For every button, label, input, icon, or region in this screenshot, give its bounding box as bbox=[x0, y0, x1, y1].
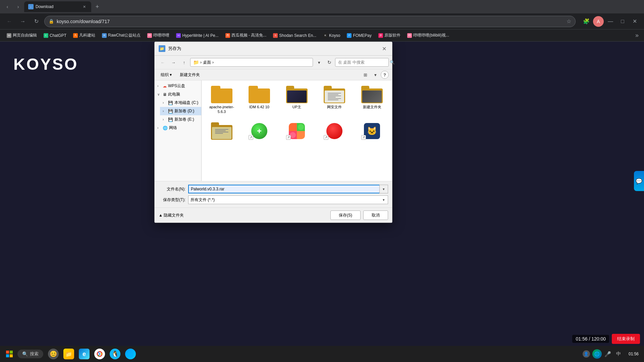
close-browser-btn[interactable]: ✕ bbox=[629, 16, 640, 27]
file-item-jmeter[interactable]: apache-jmeter-5.6.3 bbox=[204, 83, 239, 117]
filename-input[interactable] bbox=[188, 185, 388, 193]
dialog-path-bar[interactable]: 📁 › 桌面 › bbox=[190, 58, 313, 67]
quadrant-green bbox=[297, 123, 305, 131]
forward-btn[interactable]: → bbox=[17, 16, 28, 27]
file-item-colorful-app[interactable]: ↗ bbox=[279, 120, 314, 144]
dialog-view-grid-btn[interactable]: ⊞ bbox=[361, 71, 370, 79]
bookmark-rawchat[interactable]: R RawChat公益站点 bbox=[99, 31, 143, 40]
nav-tree-wps[interactable]: › ☁ WPS云盘 bbox=[155, 82, 201, 90]
systray-globe-icon[interactable]: 🌐 bbox=[592, 349, 602, 359]
file-item-idm[interactable]: IDM 6.42 10 bbox=[242, 83, 277, 117]
browser-actions: 🧩 A — □ ✕ bbox=[581, 16, 640, 27]
nav-label: 新加卷 (D:) bbox=[174, 108, 194, 114]
taskbar-app-qq[interactable]: 🐧 bbox=[108, 347, 122, 361]
systray-extra[interactable]: 中 bbox=[614, 349, 623, 359]
quadrant-orange bbox=[289, 123, 297, 131]
bookmark-label: Shodan Search En... bbox=[279, 33, 316, 38]
taskbar-search-bar[interactable]: 🔍 搜索 bbox=[17, 350, 43, 358]
sidebar-chat-btn[interactable]: 💬 bbox=[634, 171, 644, 191]
browser-back-tab-btn[interactable]: ‹ bbox=[3, 2, 12, 11]
filename-input-wrapper: ▾ bbox=[188, 185, 388, 193]
bookmark-koyso[interactable]: K Koyso bbox=[320, 32, 343, 39]
taskbar-clock[interactable]: 01:56 bbox=[626, 352, 641, 356]
taskbar-app-file-manager[interactable]: 📁 bbox=[61, 347, 76, 361]
save-button[interactable]: 保存(S) bbox=[330, 210, 361, 220]
bookmark-hyperwrite[interactable]: H HyperWrite | AI Pe... bbox=[173, 32, 221, 39]
bookmarks-more-btn[interactable]: » bbox=[634, 31, 640, 40]
bookmark-fomepay[interactable]: F FOMEPay bbox=[344, 32, 374, 39]
dialog-close-btn[interactable]: ✕ bbox=[380, 45, 388, 53]
app-icon: + ↗ bbox=[249, 122, 270, 140]
nav-tree-computer[interactable]: ∨ 🖥 此电脑 bbox=[155, 90, 201, 99]
new-tab-btn[interactable]: + bbox=[93, 2, 102, 11]
dialog-file-panel[interactable]: apache-jmeter-5.6.3 IDM 6.42 10 bbox=[202, 80, 392, 181]
dialog-up-btn[interactable]: ↑ bbox=[179, 58, 189, 67]
bookmark-yuanban[interactable]: 原 原版软件 bbox=[376, 31, 403, 40]
file-item-wangan[interactable]: 网安文件 bbox=[317, 83, 352, 117]
file-item-up[interactable]: UP主 bbox=[279, 83, 314, 117]
nav-tree-c-drive[interactable]: › 💾 本地磁盘 (C:) bbox=[160, 99, 201, 107]
dialog-toolbar: ← → ↑ 📁 › 桌面 › ▾ ↻ 🔍 bbox=[155, 56, 392, 69]
reload-btn[interactable]: ↻ bbox=[31, 16, 42, 27]
extra-icon: 中 bbox=[616, 351, 621, 357]
folder-icon bbox=[211, 122, 232, 140]
hidden-files-btn[interactable]: ▲ 隐藏文件夹 bbox=[159, 213, 184, 218]
dialog-path-dropdown-btn[interactable]: ▾ bbox=[314, 58, 324, 67]
doc-line bbox=[328, 100, 338, 100]
cancel-button[interactable]: 取消 bbox=[363, 210, 388, 220]
systray-person-icon[interactable]: 👤 bbox=[582, 349, 591, 359]
file-item-doc-folder[interactable] bbox=[204, 120, 239, 144]
start-button[interactable] bbox=[3, 347, 16, 361]
save-dialog: 📁 另存为 ✕ ← → ↑ 📁 › 桌面 › ▾ ↻ 🔍 bbox=[154, 42, 392, 223]
profile-btn[interactable]: A bbox=[593, 16, 604, 27]
dialog-new-folder-btn[interactable]: 新建文件夹 bbox=[177, 71, 203, 79]
taskbar-app-avatar[interactable]: 😊 bbox=[46, 347, 61, 361]
file-item-idm-shortcut[interactable]: + ↗ bbox=[242, 120, 277, 144]
bookmark-fanka[interactable]: 凡 凡科建站 bbox=[70, 31, 98, 40]
bookmark-xigua[interactable]: 西 西瓜视频 - 高清免... bbox=[223, 31, 269, 40]
bookmark-star-icon[interactable]: ☆ bbox=[567, 18, 571, 24]
bookmark-shodan[interactable]: S Shodan Search En... bbox=[270, 32, 319, 39]
bookmark-web-edit[interactable]: W 网页自由编辑 bbox=[4, 31, 40, 40]
dialog-organize-btn[interactable]: 组织 ▾ bbox=[158, 71, 174, 79]
maximize-btn[interactable]: □ bbox=[617, 16, 628, 27]
doc-preview bbox=[327, 92, 342, 102]
tab-close-btn[interactable]: ✕ bbox=[81, 4, 87, 10]
back-btn[interactable]: ← bbox=[4, 16, 15, 27]
url-bar[interactable]: 🔒 koyso.com/download/717 ☆ bbox=[44, 16, 576, 27]
dialog-help-btn[interactable]: ? bbox=[381, 71, 389, 79]
taskbar-app-browser2[interactable]: 🌐 bbox=[123, 347, 138, 361]
browser-forward-tab-btn[interactable]: › bbox=[13, 2, 23, 11]
file-item-blue-cat[interactable]: 🐱 ↗ bbox=[355, 120, 389, 144]
filename-dropdown-btn[interactable]: ▾ bbox=[379, 185, 388, 193]
bookmark-label: Koyso bbox=[329, 33, 340, 38]
file-item-new-folder[interactable]: 新建文件夹 bbox=[355, 83, 389, 117]
dialog-refresh-btn[interactable]: ↻ bbox=[325, 58, 334, 67]
computer-icon: 🖥 bbox=[163, 92, 167, 97]
dialog-search-bar[interactable]: 🔍 bbox=[335, 58, 389, 67]
file-item-red-dot[interactable]: ↗ bbox=[317, 120, 352, 144]
expand-icon: › bbox=[157, 126, 161, 130]
dialog-search-input[interactable] bbox=[338, 60, 388, 65]
stop-recording-btn[interactable]: 结束录制 bbox=[612, 334, 640, 344]
extensions-btn[interactable]: 🧩 bbox=[581, 16, 592, 27]
filetype-select[interactable]: 所有文件 (*.*) bbox=[188, 195, 388, 204]
nav-tree-network[interactable]: › 🌐 网络 bbox=[155, 124, 201, 132]
doc-line bbox=[328, 93, 341, 94]
bookmark-chatgpt[interactable]: C ChatGPT bbox=[41, 32, 69, 39]
minimize-btn[interactable]: — bbox=[605, 16, 616, 27]
shortcut-arrow-icon: ↗ bbox=[361, 135, 366, 140]
bookmark-bilibili1[interactable]: 哔 哔哩哔哩 bbox=[145, 31, 172, 40]
dialog-forward-btn[interactable]: → bbox=[169, 58, 178, 67]
dialog-view-dropdown-btn[interactable]: ▾ bbox=[371, 71, 380, 79]
active-tab[interactable]: ↓ Download ✕ bbox=[24, 1, 91, 12]
taskbar-app-chrome[interactable] bbox=[92, 347, 107, 361]
bookmark-bilibili2[interactable]: 哔 哔哩哔哩(bilibili)视... bbox=[405, 31, 452, 40]
dialog-view-btns: ⊞ ▾ ? bbox=[361, 71, 389, 79]
dialog-back-btn[interactable]: ← bbox=[158, 58, 167, 67]
nav-tree-e-drive[interactable]: › 💾 新加卷 (E:) bbox=[160, 115, 201, 124]
nav-tree-d-drive[interactable]: › 💾 新加卷 (D:) bbox=[160, 107, 201, 115]
systray-mic-icon[interactable]: 🎤 bbox=[603, 349, 612, 359]
qq-icon: 🐧 bbox=[110, 349, 120, 359]
taskbar-app-edge[interactable]: e bbox=[77, 347, 92, 361]
